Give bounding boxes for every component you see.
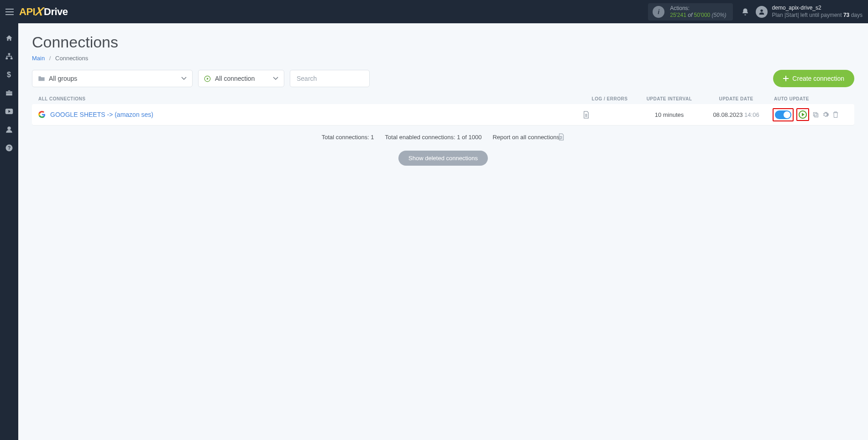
breadcrumb-main[interactable]: Main <box>32 55 45 62</box>
svg-text:?: ? <box>8 145 10 151</box>
logo[interactable]: APIXDrive <box>19 5 68 19</box>
dollar-icon[interactable]: $ <box>5 71 13 79</box>
svg-point-6 <box>7 126 11 130</box>
svg-rect-3 <box>10 58 13 59</box>
svg-point-0 <box>760 9 763 11</box>
gear-icon[interactable] <box>822 111 829 118</box>
highlight-play <box>796 108 809 121</box>
svg-text:$: $ <box>7 71 11 79</box>
update-interval: 10 minutes <box>637 111 702 118</box>
menu-toggle-icon[interactable] <box>5 9 14 15</box>
svg-rect-10 <box>815 114 818 117</box>
sidebar: $ ? <box>0 23 18 440</box>
connection-status-select[interactable]: All connection <box>198 70 284 87</box>
youtube-icon[interactable] <box>5 107 13 115</box>
user-name: demo_apix-drive_s2 <box>772 5 863 12</box>
run-now-button[interactable] <box>799 110 807 119</box>
connection-name-link[interactable]: GOOGLE SHEETS -> (amazon ses) <box>50 111 583 118</box>
connection-row: GOOGLE SHEETS -> (amazon ses) 10 minutes… <box>32 104 854 125</box>
report-icon[interactable] <box>556 134 565 141</box>
enabled-connections: Total enabled connections: 1 of 1000 <box>385 134 482 141</box>
breadcrumb-current: Connections <box>55 55 88 62</box>
user-menu[interactable]: demo_apix-drive_s2 Plan |Start| left unt… <box>756 5 863 19</box>
actions-label: Actions: <box>670 5 726 12</box>
user-icon[interactable] <box>5 126 13 134</box>
svg-rect-1 <box>8 53 10 55</box>
google-icon <box>38 111 46 118</box>
svg-rect-2 <box>6 58 8 59</box>
show-deleted-button[interactable]: Show deleted connections <box>398 151 488 166</box>
home-icon[interactable] <box>5 34 13 42</box>
top-header: APIXDrive i Actions: 25'241 of 50'000 (5… <box>0 0 868 23</box>
trash-icon[interactable] <box>832 111 839 118</box>
plus-icon <box>783 76 789 81</box>
notifications-icon[interactable] <box>741 8 749 16</box>
sitemap-icon[interactable] <box>5 52 13 61</box>
main-content: Connections Main / Connections All group… <box>18 23 868 440</box>
avatar-icon <box>756 6 768 18</box>
info-icon: i <box>653 6 664 18</box>
update-date: 08.08.2023 14:06 <box>702 111 770 118</box>
search-input[interactable] <box>290 70 370 87</box>
log-icon[interactable] <box>583 111 637 119</box>
report-label: Report on all connections: <box>492 134 561 141</box>
groups-select[interactable]: All groups <box>32 70 193 87</box>
folder-icon <box>38 75 45 82</box>
actions-info-box[interactable]: i Actions: 25'241 of 50'000 (50%) <box>648 3 732 21</box>
briefcase-icon[interactable] <box>5 89 13 97</box>
chevron-down-icon <box>181 77 187 80</box>
copy-icon[interactable] <box>812 111 819 118</box>
auto-update-toggle[interactable] <box>775 110 791 119</box>
highlight-toggle <box>773 108 794 121</box>
summary-bar: Total connections: 1 Total enabled conne… <box>32 133 854 141</box>
breadcrumb: Main / Connections <box>32 55 854 62</box>
table-header: ALL CONNECTIONS LOG / ERRORS UPDATE INTE… <box>32 94 854 104</box>
total-connections: Total connections: 1 <box>322 134 374 141</box>
chevron-down-icon <box>273 77 278 80</box>
help-icon[interactable]: ? <box>5 144 13 152</box>
svg-rect-11 <box>813 112 817 116</box>
page-title: Connections <box>32 33 854 51</box>
play-circle-icon <box>204 75 211 82</box>
create-connection-button[interactable]: Create connection <box>773 70 854 87</box>
